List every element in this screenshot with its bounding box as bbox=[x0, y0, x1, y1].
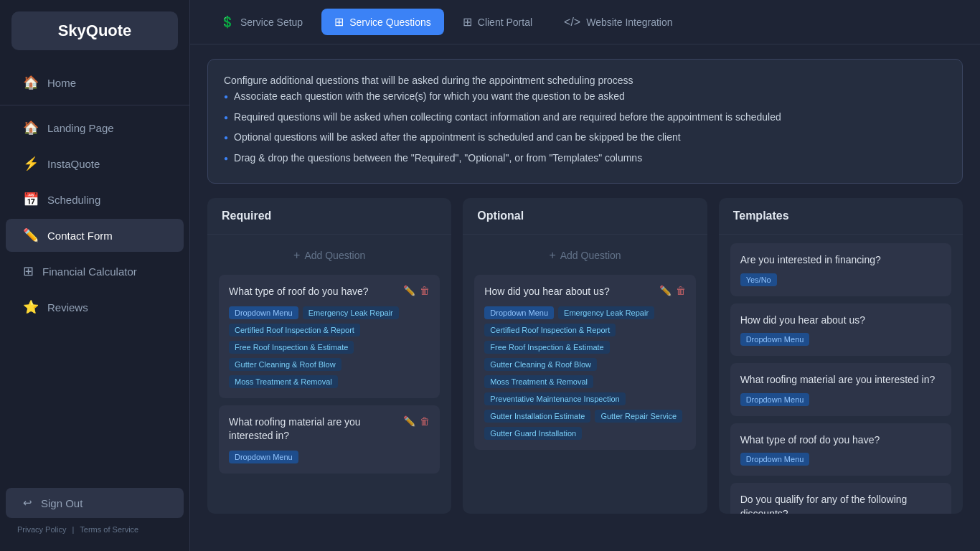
template-title-3: What roofing material are you interested… bbox=[740, 373, 941, 387]
sidebar-item-label: Landing Page bbox=[47, 122, 114, 134]
app-logo: SkyQuote bbox=[11, 11, 178, 50]
template-tags-3: Dropdown Menu bbox=[740, 393, 941, 406]
tab-client-portal-label: Client Portal bbox=[478, 17, 532, 28]
question-columns: Required + Add Question What type of roo… bbox=[207, 198, 963, 551]
sidebar-item-contact-form[interactable]: ✏️ Contact Form bbox=[6, 219, 184, 252]
edit-button-opt[interactable]: ✏️ bbox=[659, 285, 672, 296]
opt-service-tag-2: Certified Roof Inspection & Report bbox=[484, 324, 616, 336]
optional-column-header: Optional bbox=[463, 198, 707, 235]
edit-button[interactable]: ✏️ bbox=[403, 285, 415, 296]
landing-page-icon: 🏠 bbox=[23, 120, 39, 136]
tab-client-portal[interactable]: ⊞ Client Portal bbox=[450, 9, 545, 35]
template-title-5: Do you qualify for any of the following … bbox=[740, 493, 941, 514]
info-box: Configure additional questions that will… bbox=[207, 59, 963, 184]
template-tags-1: Yes/No bbox=[740, 273, 941, 286]
tab-service-setup[interactable]: 💲 Service Setup bbox=[207, 9, 316, 35]
add-icon: + bbox=[293, 249, 300, 262]
info-bullet-2: Required questions will be asked when co… bbox=[224, 109, 946, 125]
top-navigation: 💲 Service Setup ⊞ Service Questions ⊞ Cl… bbox=[190, 0, 980, 44]
templates-column-body: Are you interested in financing? Yes/No … bbox=[719, 235, 963, 514]
required-question-card-2: What roofing material are you interested… bbox=[219, 405, 440, 474]
reviews-icon: ⭐ bbox=[23, 299, 39, 315]
add-required-question-button[interactable]: + Add Question bbox=[219, 243, 440, 268]
financial-calculator-icon: ⊞ bbox=[23, 263, 34, 279]
sidebar-item-scheduling[interactable]: 📅 Scheduling bbox=[6, 183, 184, 216]
question-title-2: What roofing material are you interested… bbox=[229, 415, 403, 443]
privacy-policy-link[interactable]: Privacy Policy bbox=[17, 525, 66, 534]
tab-website-integration-label: Website Integration bbox=[586, 17, 672, 28]
add-required-label: Add Question bbox=[304, 250, 365, 261]
opt-service-tag-5: Moss Treatment & Removal bbox=[484, 375, 593, 388]
info-intro: Configure additional questions that will… bbox=[224, 72, 946, 88]
required-column: Required + Add Question What type of roo… bbox=[207, 198, 451, 514]
template-tag-2: Dropdown Menu bbox=[740, 333, 810, 346]
service-questions-icon: ⊞ bbox=[334, 15, 344, 29]
opt-service-tag-1: Emergency Leak Repair bbox=[558, 306, 654, 319]
scheduling-icon: 📅 bbox=[23, 192, 39, 207]
optional-column: Optional + Add Question How did you hear… bbox=[463, 198, 707, 514]
question-card-header: What type of roof do you have? ✏️ 🗑 bbox=[229, 285, 430, 299]
sidebar-item-label: Financial Calculator bbox=[42, 265, 137, 278]
required-column-header: Required bbox=[207, 198, 451, 235]
main-content: 💲 Service Setup ⊞ Service Questions ⊞ Cl… bbox=[190, 0, 980, 551]
footer-separator: | bbox=[72, 525, 74, 534]
template-card-5[interactable]: Do you qualify for any of the following … bbox=[730, 483, 951, 514]
required-column-body: + Add Question What type of roof do you … bbox=[207, 235, 451, 514]
question-card-header-2: What roofing material are you interested… bbox=[229, 415, 430, 443]
service-tag-4: Gutter Cleaning & Roof Blow bbox=[229, 358, 341, 371]
tags-container: Dropdown Menu Emergency Leak Repair Cert… bbox=[229, 306, 430, 388]
sidebar-bottom: ↩ Sign Out Privacy Policy | Terms of Ser… bbox=[0, 488, 189, 540]
opt-service-tag-9: Gutter Guard Installation bbox=[484, 427, 582, 440]
template-tags-4: Dropdown Menu bbox=[740, 453, 941, 466]
tags-container-2: Dropdown Menu bbox=[229, 451, 430, 463]
template-tag-4: Dropdown Menu bbox=[740, 453, 810, 466]
sidebar-item-reviews[interactable]: ⭐ Reviews bbox=[6, 291, 184, 324]
sidebar-item-financial-calculator[interactable]: ⊞ Financial Calculator bbox=[6, 255, 184, 288]
template-title-2: How did you hear about us? bbox=[740, 314, 941, 328]
sidebar-item-landing-page[interactable]: 🏠 Landing Page bbox=[6, 111, 184, 144]
info-bullet-3: Optional questions will be asked after t… bbox=[224, 129, 946, 145]
contact-form-icon: ✏️ bbox=[23, 227, 39, 243]
edit-button-2[interactable]: ✏️ bbox=[403, 415, 415, 427]
add-optional-question-button[interactable]: + Add Question bbox=[474, 243, 695, 268]
info-bullets: Associate each question with the service… bbox=[224, 88, 946, 166]
opt-service-tag-6: Preventative Maintenance Inspection bbox=[484, 392, 625, 405]
sidebar-divider bbox=[0, 105, 189, 105]
terms-of-service-link[interactable]: Terms of Service bbox=[80, 525, 138, 534]
instaquote-icon: ⚡ bbox=[23, 156, 39, 171]
optional-tags-container: Dropdown Menu Emergency Leak Repair Cert… bbox=[484, 306, 685, 440]
template-card-1[interactable]: Are you interested in financing? Yes/No bbox=[730, 243, 951, 296]
sign-out-button[interactable]: ↩ Sign Out bbox=[6, 488, 184, 518]
add-optional-label: Add Question bbox=[560, 250, 621, 261]
template-card-4[interactable]: What type of roof do you have? Dropdown … bbox=[730, 423, 951, 476]
sidebar-item-label: Home bbox=[47, 77, 76, 89]
service-setup-icon: 💲 bbox=[220, 15, 235, 29]
template-tags-2: Dropdown Menu bbox=[740, 333, 941, 346]
sidebar-item-label: Reviews bbox=[47, 301, 88, 314]
delete-button-2[interactable]: 🗑 bbox=[420, 415, 430, 427]
template-card-3[interactable]: What roofing material are you interested… bbox=[730, 363, 951, 416]
delete-button-opt[interactable]: 🗑 bbox=[676, 285, 686, 296]
sidebar-item-instaquote[interactable]: ⚡ InstaQuote bbox=[6, 147, 184, 180]
sidebar-item-home[interactable]: 🏠 Home bbox=[6, 66, 184, 99]
tab-service-setup-label: Service Setup bbox=[240, 17, 303, 28]
website-integration-icon: </> bbox=[564, 16, 580, 29]
signout-icon: ↩ bbox=[23, 496, 32, 509]
card-actions: ✏️ 🗑 bbox=[403, 285, 430, 296]
type-tag: Dropdown Menu bbox=[229, 306, 298, 319]
optional-column-body: + Add Question How did you hear about us… bbox=[463, 235, 707, 514]
templates-column-header: Templates bbox=[719, 198, 963, 235]
opt-service-tag-8: Gutter Repair Service bbox=[595, 410, 682, 423]
question-title: What type of roof do you have? bbox=[229, 285, 403, 299]
sidebar-item-label: Contact Form bbox=[47, 230, 113, 242]
tab-service-questions[interactable]: ⊞ Service Questions bbox=[321, 9, 444, 35]
optional-type-tag: Dropdown Menu bbox=[484, 306, 554, 319]
tab-website-integration[interactable]: </> Website Integration bbox=[551, 9, 686, 35]
template-card-2[interactable]: How did you hear about us? Dropdown Menu bbox=[730, 303, 951, 357]
home-icon: 🏠 bbox=[23, 75, 39, 90]
template-tag-3: Dropdown Menu bbox=[740, 393, 810, 406]
sidebar-footer: Privacy Policy | Terms of Service bbox=[6, 518, 184, 534]
delete-button[interactable]: 🗑 bbox=[420, 285, 430, 296]
service-tag-2: Certified Roof Inspection & Report bbox=[229, 324, 360, 336]
service-tag-1: Emergency Leak Repair bbox=[303, 306, 399, 319]
